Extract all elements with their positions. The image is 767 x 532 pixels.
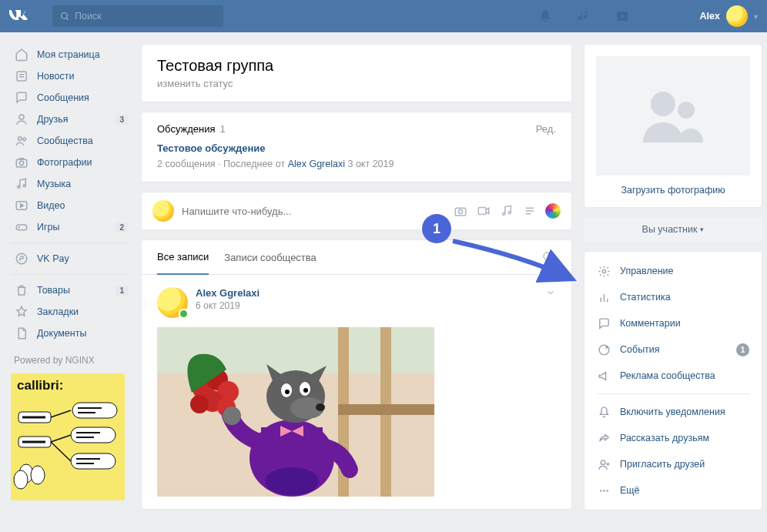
gamepad-icon [14,219,29,235]
nav-games[interactable]: Игры2 [11,216,129,238]
nav-bookmarks[interactable]: Закладки [11,301,129,323]
svg-rect-48 [338,404,434,415]
post-avatar[interactable] [157,287,188,318]
svg-point-37 [503,212,505,215]
nav-vkpay[interactable]: VK Pay [11,248,129,269]
nav-messages[interactable]: Сообщения [11,87,129,109]
manage-row-ads[interactable]: Реклама сообщества [584,363,762,389]
nav-my-page[interactable]: Моя страница [11,44,129,65]
discussions-edit-link[interactable]: Ред. [536,123,556,135]
user-avatar [726,5,748,27]
group-photo-placeholder[interactable] [596,56,750,176]
composer-input[interactable] [182,206,445,217]
svg-point-67 [678,102,695,119]
action-more[interactable]: Ещё [584,477,762,504]
nav-photos[interactable]: Фотографии [11,152,129,173]
post-date: 6 окт 2019 [196,300,260,311]
events-icon [597,343,611,356]
nav-market[interactable]: Товары1 [11,279,129,301]
chevron-down-icon: ▾ [754,12,758,21]
search-input[interactable] [75,11,216,22]
nav-communities[interactable]: Сообщества [11,130,129,152]
svg-point-62 [285,390,290,394]
svg-point-64 [303,388,308,393]
svg-point-8 [23,138,26,141]
svg-point-57 [265,467,319,495]
svg-point-12 [23,185,25,187]
discussions-heading: Обсуждения [157,123,216,135]
svg-rect-28 [71,453,116,469]
svg-point-77 [599,490,601,492]
group-placeholder-icon [638,85,708,147]
manage-row-stats[interactable]: Статистика [584,284,762,310]
stats-icon [597,290,611,304]
nav-video[interactable]: Видео [11,195,129,216]
svg-point-7 [18,137,22,141]
camera-icon [14,155,29,170]
svg-point-38 [508,212,511,214]
comment-icon [597,316,611,330]
svg-point-10 [19,161,23,165]
news-icon [14,69,29,84]
wall-card: Все записи Записи сообщества Alex Ggrela… [141,239,572,510]
annotation-step-1: 1 [422,214,451,243]
edit-status-link[interactable]: изменить статус [157,78,556,89]
bag-icon [14,283,29,298]
nav-friends[interactable]: Друзья3 [11,109,129,130]
attach-article-icon[interactable] [522,203,538,219]
membership-button[interactable]: Вы участник ▾ [584,217,762,242]
megaphone-icon [597,369,611,383]
search-box[interactable] [52,5,223,27]
attach-music-icon[interactable] [499,203,514,219]
video-play-icon[interactable] [609,3,635,29]
music-icon [14,176,29,192]
attach-video-icon[interactable] [476,203,491,219]
svg-point-60 [316,403,325,411]
svg-point-0 [62,12,68,18]
bell-icon [597,405,611,419]
action-invite[interactable]: Пригласить друзей [584,451,762,477]
svg-point-78 [603,490,605,492]
svg-point-6 [19,115,24,119]
ad-banner[interactable]: callibri: [11,373,125,500]
discussion-topic-link[interactable]: Тестовое обсуждение [157,142,266,154]
post-image[interactable] [157,327,434,497]
chat-icon [14,90,29,105]
manage-row-events[interactable]: События1 [584,336,762,363]
tab-all-posts[interactable]: Все записи [157,240,209,275]
manage-row-management[interactable]: Управление [584,258,762,284]
post-menu-icon[interactable] [545,287,556,298]
svg-rect-36 [478,208,486,215]
chevron-down-icon: ▾ [700,226,704,233]
post-composer[interactable] [141,192,572,230]
upload-photo-link[interactable]: Загрузить фотографию [596,185,750,196]
user-name-label: Alex [700,11,720,22]
nav-documents[interactable]: Документы [11,323,129,344]
friends-badge: 3 [116,115,128,125]
music-player-icon[interactable] [571,3,597,29]
svg-point-11 [18,186,20,188]
nav-music[interactable]: Музыка [11,173,129,195]
composer-avatar-picker-icon[interactable] [545,203,561,219]
wall-search-icon[interactable] [541,249,556,265]
action-share[interactable]: Рассказать друзьям [584,425,762,451]
manage-row-comments[interactable]: Комментарии [584,310,762,336]
svg-point-68 [602,269,605,273]
left-nav: Моя страница Новости Сообщения Друзья3 С… [11,44,129,510]
svg-rect-14 [16,225,27,230]
nav-news[interactable]: Новости [11,65,129,87]
more-icon [597,483,611,497]
group-header-card: Тестовая группа изменить статус [141,44,572,102]
discussion-author-link[interactable]: Alex Ggrelaxi [288,159,345,169]
notifications-icon[interactable] [532,3,558,29]
svg-point-66 [651,92,675,116]
right-column: Загрузить фотографию Вы участник ▾ Управ… [584,44,762,510]
tab-community-posts[interactable]: Записи сообщества [224,241,317,274]
vk-logo[interactable] [9,10,40,22]
doc-icon [14,326,29,341]
attach-photo-icon[interactable] [453,203,468,219]
topbar: Alex ▾ [0,0,767,32]
action-enable-notifications[interactable]: Включить уведомления [584,399,762,425]
user-menu[interactable]: Alex ▾ [700,5,758,27]
post-author-link[interactable]: Alex Ggrelaxi [196,287,260,299]
